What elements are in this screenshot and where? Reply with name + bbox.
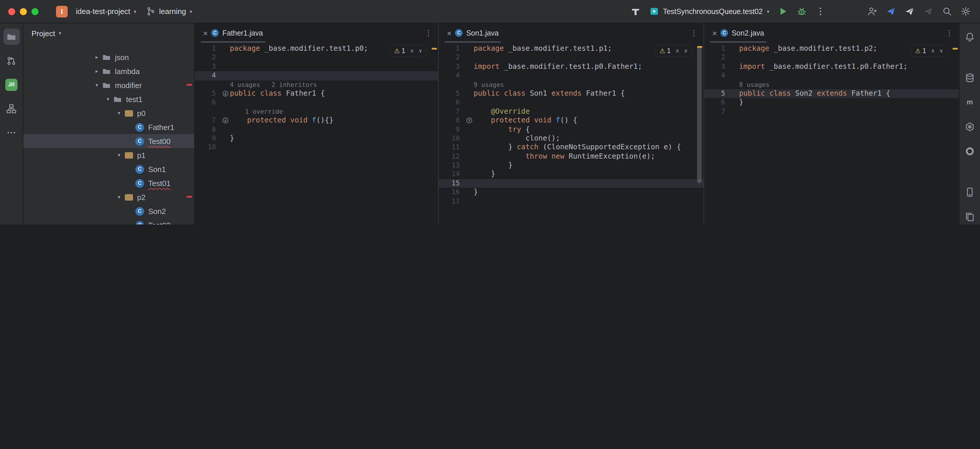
structure-button[interactable]: [3, 100, 19, 117]
notifications-button[interactable]: [962, 29, 978, 45]
search-everywhere-button[interactable]: [942, 6, 952, 16]
code-line[interactable]: 9}: [195, 134, 438, 143]
chevron-down-icon[interactable]: ▾: [103, 96, 113, 102]
chevron-down-icon[interactable]: ▾: [115, 194, 124, 200]
tab-options-icon[interactable]: ⋮: [690, 29, 698, 37]
chevron-right-icon[interactable]: ▸: [92, 54, 102, 60]
code-line[interactable]: 9 try {: [439, 125, 703, 134]
code-line[interactable]: 12 throw new RuntimeException(e);: [439, 152, 703, 161]
minimize-window-button[interactable]: [20, 8, 27, 15]
close-tab-icon[interactable]: ×: [203, 29, 208, 37]
send-plugin-icon-2[interactable]: [905, 6, 915, 16]
code-line[interactable]: 5public class Son2 extends Father1 {: [704, 89, 959, 98]
run-configuration-selector[interactable]: TestSynchronousQueue.test02 ▾: [649, 6, 769, 16]
code-line[interactable]: 8 protected void f() {: [439, 116, 703, 125]
code-line[interactable]: 4 usages 2 inheritors: [195, 80, 438, 89]
plugin-hexagon-button[interactable]: [962, 118, 978, 135]
editor-scrollbar[interactable]: [430, 43, 438, 224]
editor-body[interactable]: 1package _base.modifier.test1.p0;2344 us…: [195, 43, 438, 224]
previous-problem-icon[interactable]: ∧: [676, 47, 679, 56]
tab-options-icon[interactable]: ⋮: [425, 29, 432, 37]
next-problem-icon[interactable]: ∨: [418, 47, 422, 56]
code-line[interactable]: 16}: [439, 188, 703, 197]
tree-item-p0[interactable]: ▾p0: [23, 106, 194, 120]
code-line[interactable]: 17: [439, 197, 703, 206]
code-line[interactable]: 10 clone();: [439, 134, 703, 143]
settings-button[interactable]: [961, 6, 970, 16]
maven-button[interactable]: m: [962, 94, 978, 110]
code-line[interactable]: 8 usages: [704, 80, 959, 89]
project-selector[interactable]: idea-test-project ▾: [71, 5, 141, 18]
build-icon[interactable]: [630, 6, 640, 16]
overridden-marker-icon[interactable]: [221, 90, 230, 97]
more-tools-button[interactable]: [3, 124, 19, 141]
tree-item-Father1[interactable]: CFather1: [23, 120, 194, 134]
code-line[interactable]: 6}: [704, 98, 959, 107]
tree-item-modifier[interactable]: ▾modifier: [23, 78, 194, 92]
close-tab-icon[interactable]: ×: [447, 29, 452, 37]
close-tab-icon[interactable]: ×: [712, 29, 717, 37]
jrebel-button[interactable]: JR: [3, 76, 19, 93]
chevron-down-icon[interactable]: ▾: [92, 82, 102, 88]
zoom-window-button[interactable]: [32, 8, 38, 15]
inspections-widget[interactable]: ⚠1∧∨: [390, 46, 426, 57]
editor-body[interactable]: 1package _base.modifier.test1.p2;23impor…: [704, 43, 959, 224]
more-actions-button[interactable]: [816, 6, 826, 16]
previous-problem-icon[interactable]: ∧: [410, 47, 414, 56]
code-line[interactable]: 7: [704, 107, 959, 116]
code-line[interactable]: 10: [195, 143, 438, 152]
database-button[interactable]: [962, 70, 978, 86]
next-problem-icon[interactable]: ∨: [939, 47, 943, 56]
code-line[interactable]: 3: [195, 62, 438, 71]
branch-selector[interactable]: learning ▾: [141, 4, 197, 19]
code-line[interactable]: 5public class Son1 extends Father1 {: [439, 89, 703, 98]
pages-button[interactable]: [962, 208, 978, 224]
run-button[interactable]: [778, 6, 788, 16]
tree-item-lambda[interactable]: ▸lambda: [23, 64, 194, 78]
tree-item-p1[interactable]: ▾p1: [23, 148, 194, 162]
code-line[interactable]: 3import _base.modifier.test1.p0.Father1;: [704, 62, 959, 71]
tree-item-test1[interactable]: ▾test1: [23, 92, 194, 106]
overriding-marker-icon[interactable]: [465, 117, 474, 124]
inspections-widget[interactable]: ⚠1∧∨: [911, 46, 947, 57]
editor-scrollbar[interactable]: [951, 43, 959, 224]
debug-button[interactable]: [797, 6, 807, 16]
tree-item-json[interactable]: ▸json: [23, 50, 194, 64]
tree-item-Son2[interactable]: CSon2: [23, 204, 194, 218]
tab-options-icon[interactable]: ⋮: [946, 29, 953, 37]
close-window-button[interactable]: [8, 8, 15, 15]
code-line[interactable]: 1 override: [195, 107, 438, 116]
scrollbar-thumb[interactable]: [697, 46, 702, 183]
code-line[interactable]: 4: [439, 71, 703, 80]
code-line[interactable]: 6: [195, 98, 438, 107]
code-line[interactable]: 7 @Override: [439, 107, 703, 116]
tab-son2[interactable]: ×CSon2.java: [709, 23, 768, 43]
tree-item-Test01[interactable]: CTest01: [23, 176, 194, 190]
code-line[interactable]: 14 }: [439, 170, 703, 179]
tree-item-Test00[interactable]: CTest00: [23, 134, 194, 148]
editor-body[interactable]: 1package _base.modifier.test1.p1;23impor…: [439, 43, 703, 224]
code-line[interactable]: 7 protected void f(){}: [195, 116, 438, 125]
code-with-me-button[interactable]: [867, 6, 877, 16]
project-button[interactable]: [3, 29, 19, 45]
previous-problem-icon[interactable]: ∧: [931, 47, 935, 56]
overridden-marker-icon[interactable]: [221, 117, 230, 124]
code-line[interactable]: 8: [195, 125, 438, 134]
device-manager-button[interactable]: [962, 184, 978, 200]
chevron-right-icon[interactable]: ▸: [92, 68, 102, 74]
inspections-widget[interactable]: ⚠1∧∨: [655, 46, 692, 57]
chevron-down-icon[interactable]: ▾: [115, 152, 124, 158]
tab-father1[interactable]: ×CFather1.java: [199, 23, 266, 43]
code-line[interactable]: 13 }: [439, 161, 703, 170]
project-panel-header[interactable]: Project ▾: [23, 23, 194, 43]
pull-requests-button[interactable]: [3, 52, 19, 69]
code-line[interactable]: 3import _base.modifier.test1.p0.Father1;: [439, 62, 703, 71]
tree-item-p2[interactable]: ▾p2: [23, 190, 194, 204]
tree-item-Son1[interactable]: CSon1: [23, 162, 194, 176]
code-line[interactable]: 4: [704, 71, 959, 80]
code-line[interactable]: 4: [195, 71, 438, 80]
code-line[interactable]: 9 usages: [439, 80, 703, 89]
gradle-button[interactable]: [962, 143, 978, 159]
code-line[interactable]: 6: [439, 98, 703, 107]
code-line[interactable]: 5public class Father1 {: [195, 89, 438, 98]
